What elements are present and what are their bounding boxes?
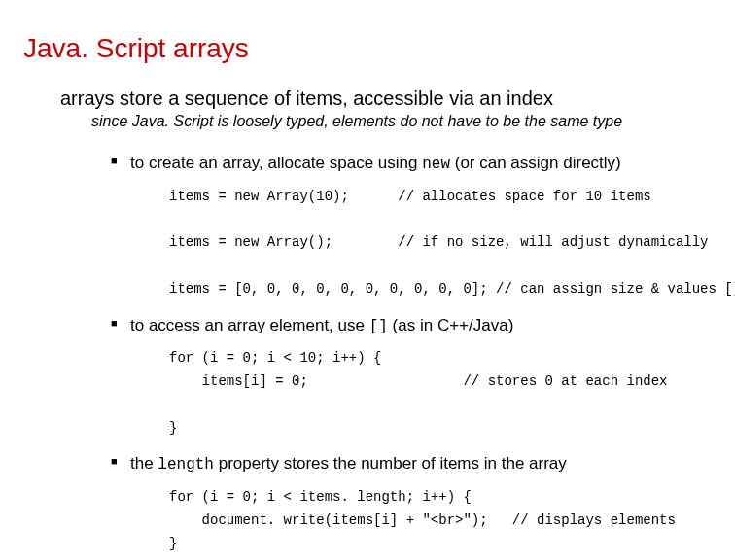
bullet-pre: to create an array, allocate space using [130,154,422,172]
list-item: to access an array element, use [] (as i… [111,315,712,440]
list-item: to create an array, allocate space using… [111,153,712,301]
bullet-post: (as in C++/Java) [388,316,513,334]
code-block: items = new Array(10); // allocates spac… [169,186,712,301]
subintro-text: since Java. Script is loosely typed, ele… [91,112,702,131]
slide-title: Java. Script arrays [23,33,712,64]
bullet-list: to create an array, allocate space using… [111,153,712,555]
intro-text: arrays store a sequence of items, access… [60,88,712,110]
bullet-mono: length [158,456,214,473]
bullet-text: to create an array, allocate space using… [130,154,621,172]
code-block: for (i = 0; i < items. length; i++) { do… [169,486,712,555]
list-item: the length property stores the number of… [111,453,712,555]
bullet-pre: to access an array element, use [130,316,369,334]
bullet-text: the length property stores the number of… [130,454,567,472]
bullet-text: to access an array element, use [] (as i… [130,316,513,334]
bullet-mono: [] [369,318,388,335]
bullet-mono: new [422,156,450,173]
bullet-post: (or can assign directly) [450,154,621,172]
bullet-post: property stores the number of items in t… [214,454,567,472]
code-block: for (i = 0; i < 10; i++) { items[i] = 0;… [169,347,712,439]
bullet-pre: the [130,454,158,472]
